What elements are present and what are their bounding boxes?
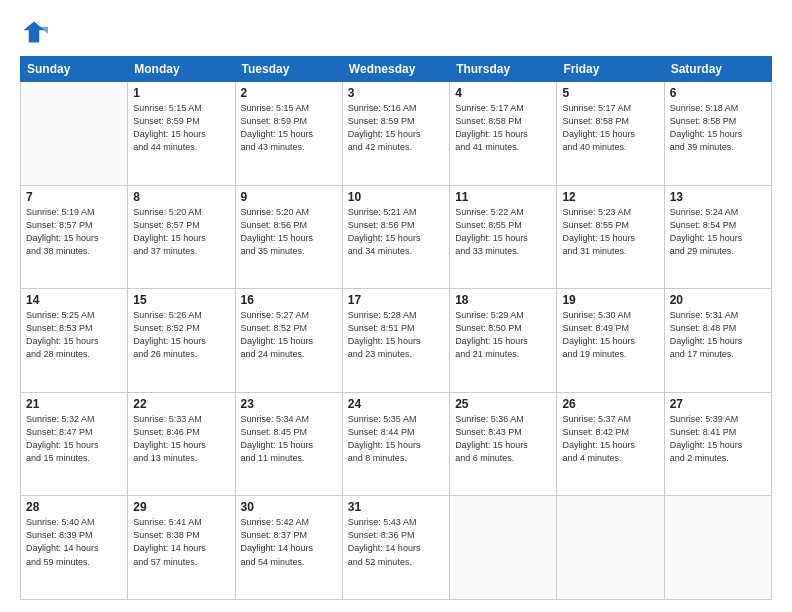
calendar-cell: 8Sunrise: 5:20 AM Sunset: 8:57 PM Daylig… [128,185,235,289]
day-info: Sunrise: 5:31 AM Sunset: 8:48 PM Dayligh… [670,309,766,361]
calendar-week-row: 21Sunrise: 5:32 AM Sunset: 8:47 PM Dayli… [21,392,772,496]
calendar-cell: 2Sunrise: 5:15 AM Sunset: 8:59 PM Daylig… [235,82,342,186]
calendar-cell: 16Sunrise: 5:27 AM Sunset: 8:52 PM Dayli… [235,289,342,393]
day-number: 18 [455,293,551,307]
calendar-cell [450,496,557,600]
header-row: SundayMondayTuesdayWednesdayThursdayFrid… [21,57,772,82]
day-info: Sunrise: 5:30 AM Sunset: 8:49 PM Dayligh… [562,309,658,361]
day-info: Sunrise: 5:39 AM Sunset: 8:41 PM Dayligh… [670,413,766,465]
calendar-cell: 10Sunrise: 5:21 AM Sunset: 8:56 PM Dayli… [342,185,449,289]
weekday-header: Tuesday [235,57,342,82]
logo-icon [20,18,48,46]
weekday-header: Saturday [664,57,771,82]
calendar-cell: 17Sunrise: 5:28 AM Sunset: 8:51 PM Dayli… [342,289,449,393]
calendar-cell: 25Sunrise: 5:36 AM Sunset: 8:43 PM Dayli… [450,392,557,496]
day-info: Sunrise: 5:22 AM Sunset: 8:55 PM Dayligh… [455,206,551,258]
calendar-cell: 26Sunrise: 5:37 AM Sunset: 8:42 PM Dayli… [557,392,664,496]
day-info: Sunrise: 5:42 AM Sunset: 8:37 PM Dayligh… [241,516,337,568]
day-number: 23 [241,397,337,411]
day-number: 15 [133,293,229,307]
calendar-cell: 30Sunrise: 5:42 AM Sunset: 8:37 PM Dayli… [235,496,342,600]
header [20,18,772,46]
day-info: Sunrise: 5:40 AM Sunset: 8:39 PM Dayligh… [26,516,122,568]
day-number: 24 [348,397,444,411]
calendar-cell [664,496,771,600]
calendar-cell: 1Sunrise: 5:15 AM Sunset: 8:59 PM Daylig… [128,82,235,186]
day-info: Sunrise: 5:23 AM Sunset: 8:55 PM Dayligh… [562,206,658,258]
day-info: Sunrise: 5:32 AM Sunset: 8:47 PM Dayligh… [26,413,122,465]
calendar-cell: 20Sunrise: 5:31 AM Sunset: 8:48 PM Dayli… [664,289,771,393]
day-info: Sunrise: 5:43 AM Sunset: 8:36 PM Dayligh… [348,516,444,568]
day-info: Sunrise: 5:15 AM Sunset: 8:59 PM Dayligh… [133,102,229,154]
calendar-cell: 22Sunrise: 5:33 AM Sunset: 8:46 PM Dayli… [128,392,235,496]
calendar-week-row: 1Sunrise: 5:15 AM Sunset: 8:59 PM Daylig… [21,82,772,186]
calendar-cell: 15Sunrise: 5:26 AM Sunset: 8:52 PM Dayli… [128,289,235,393]
day-number: 27 [670,397,766,411]
day-info: Sunrise: 5:29 AM Sunset: 8:50 PM Dayligh… [455,309,551,361]
day-number: 16 [241,293,337,307]
calendar-cell: 5Sunrise: 5:17 AM Sunset: 8:58 PM Daylig… [557,82,664,186]
weekday-header: Thursday [450,57,557,82]
day-number: 8 [133,190,229,204]
logo [20,18,52,46]
day-info: Sunrise: 5:36 AM Sunset: 8:43 PM Dayligh… [455,413,551,465]
calendar-cell: 6Sunrise: 5:18 AM Sunset: 8:58 PM Daylig… [664,82,771,186]
day-info: Sunrise: 5:34 AM Sunset: 8:45 PM Dayligh… [241,413,337,465]
day-number: 28 [26,500,122,514]
day-info: Sunrise: 5:26 AM Sunset: 8:52 PM Dayligh… [133,309,229,361]
calendar-cell: 21Sunrise: 5:32 AM Sunset: 8:47 PM Dayli… [21,392,128,496]
calendar-cell: 7Sunrise: 5:19 AM Sunset: 8:57 PM Daylig… [21,185,128,289]
day-number: 20 [670,293,766,307]
day-info: Sunrise: 5:37 AM Sunset: 8:42 PM Dayligh… [562,413,658,465]
calendar-cell: 23Sunrise: 5:34 AM Sunset: 8:45 PM Dayli… [235,392,342,496]
day-number: 5 [562,86,658,100]
calendar-cell: 14Sunrise: 5:25 AM Sunset: 8:53 PM Dayli… [21,289,128,393]
day-number: 25 [455,397,551,411]
day-info: Sunrise: 5:17 AM Sunset: 8:58 PM Dayligh… [455,102,551,154]
day-number: 17 [348,293,444,307]
calendar-cell: 31Sunrise: 5:43 AM Sunset: 8:36 PM Dayli… [342,496,449,600]
day-number: 3 [348,86,444,100]
weekday-header: Wednesday [342,57,449,82]
calendar-cell: 24Sunrise: 5:35 AM Sunset: 8:44 PM Dayli… [342,392,449,496]
day-info: Sunrise: 5:17 AM Sunset: 8:58 PM Dayligh… [562,102,658,154]
calendar-week-row: 14Sunrise: 5:25 AM Sunset: 8:53 PM Dayli… [21,289,772,393]
day-number: 13 [670,190,766,204]
day-number: 22 [133,397,229,411]
calendar-cell: 9Sunrise: 5:20 AM Sunset: 8:56 PM Daylig… [235,185,342,289]
calendar-cell: 29Sunrise: 5:41 AM Sunset: 8:38 PM Dayli… [128,496,235,600]
calendar-cell: 11Sunrise: 5:22 AM Sunset: 8:55 PM Dayli… [450,185,557,289]
day-info: Sunrise: 5:24 AM Sunset: 8:54 PM Dayligh… [670,206,766,258]
day-number: 29 [133,500,229,514]
calendar-week-row: 7Sunrise: 5:19 AM Sunset: 8:57 PM Daylig… [21,185,772,289]
day-info: Sunrise: 5:33 AM Sunset: 8:46 PM Dayligh… [133,413,229,465]
day-info: Sunrise: 5:18 AM Sunset: 8:58 PM Dayligh… [670,102,766,154]
day-number: 19 [562,293,658,307]
day-info: Sunrise: 5:20 AM Sunset: 8:57 PM Dayligh… [133,206,229,258]
calendar-cell [557,496,664,600]
day-number: 21 [26,397,122,411]
day-number: 7 [26,190,122,204]
calendar-cell: 18Sunrise: 5:29 AM Sunset: 8:50 PM Dayli… [450,289,557,393]
day-number: 9 [241,190,337,204]
day-info: Sunrise: 5:16 AM Sunset: 8:59 PM Dayligh… [348,102,444,154]
weekday-header: Sunday [21,57,128,82]
calendar-cell: 4Sunrise: 5:17 AM Sunset: 8:58 PM Daylig… [450,82,557,186]
day-number: 6 [670,86,766,100]
day-number: 14 [26,293,122,307]
calendar-cell: 28Sunrise: 5:40 AM Sunset: 8:39 PM Dayli… [21,496,128,600]
calendar-table: SundayMondayTuesdayWednesdayThursdayFrid… [20,56,772,600]
day-number: 2 [241,86,337,100]
day-number: 10 [348,190,444,204]
page: SundayMondayTuesdayWednesdayThursdayFrid… [0,0,792,612]
day-info: Sunrise: 5:25 AM Sunset: 8:53 PM Dayligh… [26,309,122,361]
day-info: Sunrise: 5:19 AM Sunset: 8:57 PM Dayligh… [26,206,122,258]
day-number: 12 [562,190,658,204]
day-info: Sunrise: 5:35 AM Sunset: 8:44 PM Dayligh… [348,413,444,465]
calendar-cell [21,82,128,186]
calendar-week-row: 28Sunrise: 5:40 AM Sunset: 8:39 PM Dayli… [21,496,772,600]
day-number: 31 [348,500,444,514]
weekday-header: Friday [557,57,664,82]
calendar-cell: 3Sunrise: 5:16 AM Sunset: 8:59 PM Daylig… [342,82,449,186]
weekday-header: Monday [128,57,235,82]
